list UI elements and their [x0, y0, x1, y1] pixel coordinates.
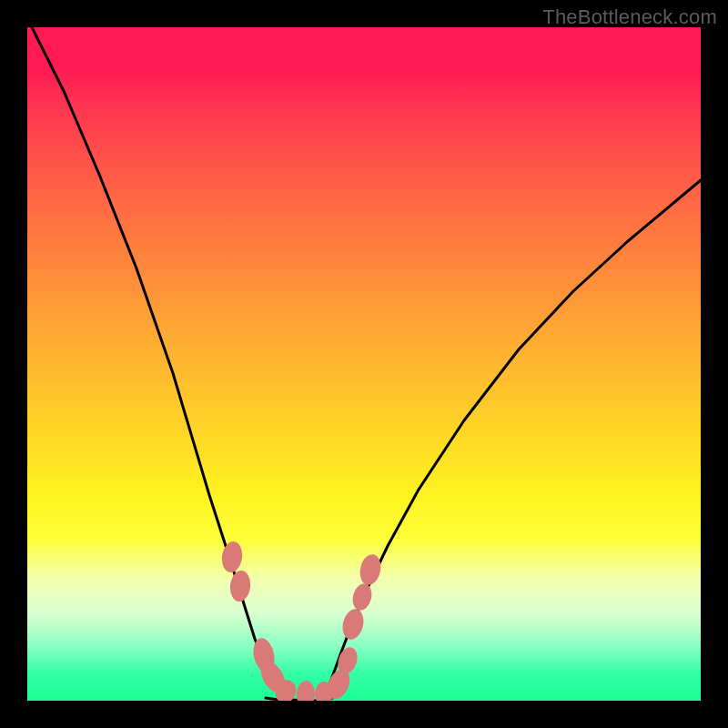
marker-right-mid	[339, 607, 367, 642]
marker-layer	[220, 541, 384, 701]
marker-right-up2	[358, 552, 384, 587]
marker-left-mid	[228, 570, 251, 602]
watermark-text: TheBottleneck.com	[542, 5, 717, 29]
series-right-curve	[317, 180, 701, 701]
marker-left-upper	[220, 541, 245, 574]
marker-right-up1	[350, 581, 375, 612]
marker-floor-2	[296, 681, 315, 701]
series-left-curve	[32, 27, 302, 701]
plot-frame	[27, 27, 701, 701]
chart-svg	[27, 27, 701, 701]
